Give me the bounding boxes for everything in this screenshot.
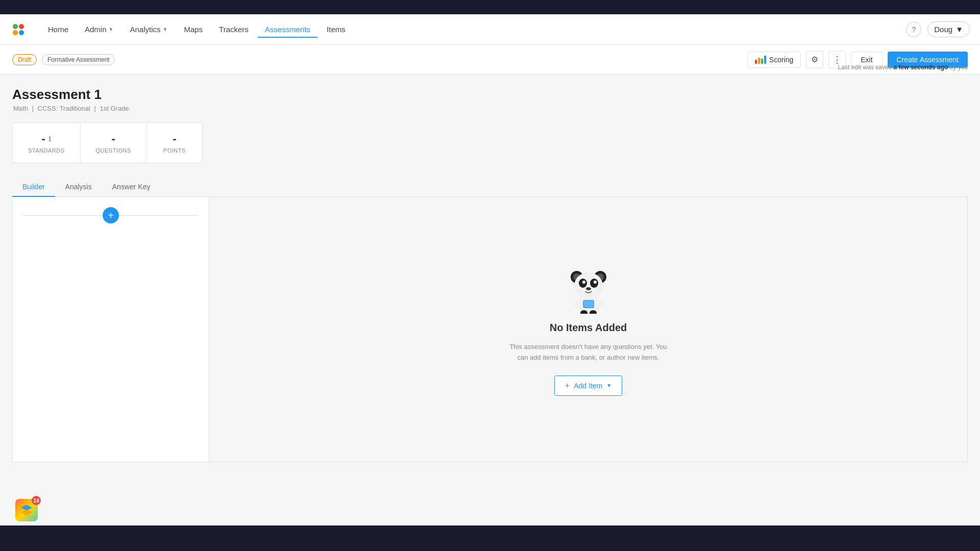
nav-assessments[interactable]: Assessments <box>258 21 317 38</box>
tab-answer-key[interactable]: Answer Key <box>102 178 161 197</box>
floating-badge[interactable]: 14 <box>15 499 42 525</box>
user-menu-button[interactable]: Doug ▼ <box>927 21 970 37</box>
svg-rect-16 <box>584 301 593 307</box>
admin-chevron-icon: ▼ <box>109 27 114 32</box>
formative-badge: Formative Assessment <box>42 54 115 65</box>
nav-items[interactable]: Items <box>320 21 353 38</box>
builder-area: + <box>12 197 968 462</box>
svg-point-3 <box>19 30 24 35</box>
navbar: Home Admin ▼ Analytics ▼ Maps Trackers A… <box>0 14 980 45</box>
standards-info-icon[interactable]: ℹ <box>48 135 51 143</box>
top-bar <box>0 0 980 14</box>
scoring-chart-icon <box>755 56 766 64</box>
main-content: Assessment 1 Math | CCSS: Traditional | … <box>0 74 980 525</box>
analytics-chevron-icon: ▼ <box>162 27 167 32</box>
no-items-description: This assessment doesn't have any questio… <box>507 342 670 363</box>
tabs: Builder Analysis Answer Key <box>12 178 968 197</box>
builder-main: No Items Added This assessment doesn't h… <box>209 197 967 462</box>
svg-point-1 <box>19 24 24 29</box>
svg-marker-22 <box>21 509 32 515</box>
add-item-chevron-icon: ▼ <box>606 383 611 388</box>
add-icon: + <box>565 381 570 390</box>
stats-row: - ℹ STANDARDS - QUESTIONS - POINTS <box>12 122 968 163</box>
nav-items: Home Admin ▼ Analytics ▼ Maps Trackers A… <box>41 21 906 38</box>
empty-state: No Items Added This assessment doesn't h… <box>507 263 670 396</box>
subheader: Draft Formative Assessment Scoring ⚙ ⋮ E… <box>0 45 980 74</box>
last-saved-text: Last edit was saved a few seconds ago by… <box>838 64 968 71</box>
svg-point-2 <box>13 30 18 35</box>
questions-stat: - QUESTIONS <box>80 122 146 163</box>
add-item-button[interactable]: + Add Item ▼ <box>554 375 622 396</box>
tab-analysis[interactable]: Analysis <box>55 178 102 197</box>
tab-builder[interactable]: Builder <box>12 178 55 197</box>
points-stat: - POINTS <box>146 122 203 163</box>
nav-maps[interactable]: Maps <box>177 21 210 38</box>
svg-point-0 <box>13 24 18 29</box>
panda-illustration <box>566 263 611 314</box>
line-right <box>119 215 199 216</box>
svg-point-11 <box>582 281 585 284</box>
floating-badge-count: 14 <box>32 496 41 505</box>
settings-button[interactable]: ⚙ <box>806 51 823 68</box>
floating-badge-inner: 14 <box>15 499 38 521</box>
assessment-title: Assessment 1 <box>12 87 968 103</box>
logo[interactable] <box>10 21 27 38</box>
nav-right: ? Doug ▼ <box>906 21 970 37</box>
user-name: Doug <box>934 25 952 34</box>
svg-point-13 <box>586 287 591 290</box>
add-section-button[interactable]: + <box>103 207 119 223</box>
nav-admin[interactable]: Admin ▼ <box>78 21 120 38</box>
standards-stat: - ℹ STANDARDS <box>12 122 80 163</box>
nav-analytics[interactable]: Analytics ▼ <box>122 21 175 38</box>
scoring-button[interactable]: Scoring <box>747 52 801 68</box>
bottom-bar <box>0 525 980 551</box>
draft-badge: Draft <box>12 54 37 65</box>
builder-sidebar: + <box>13 197 209 462</box>
add-section-line: + <box>23 207 199 223</box>
assessment-meta: Math | CCSS: Traditional | 1st Grade <box>12 105 968 112</box>
no-items-title: No Items Added <box>550 322 627 334</box>
layers-icon <box>20 504 33 517</box>
svg-point-12 <box>594 281 597 284</box>
user-chevron-icon: ▼ <box>955 25 963 34</box>
help-button[interactable]: ? <box>906 22 921 37</box>
nav-trackers[interactable]: Trackers <box>212 21 256 38</box>
nav-home[interactable]: Home <box>41 21 76 38</box>
line-left <box>23 215 103 216</box>
